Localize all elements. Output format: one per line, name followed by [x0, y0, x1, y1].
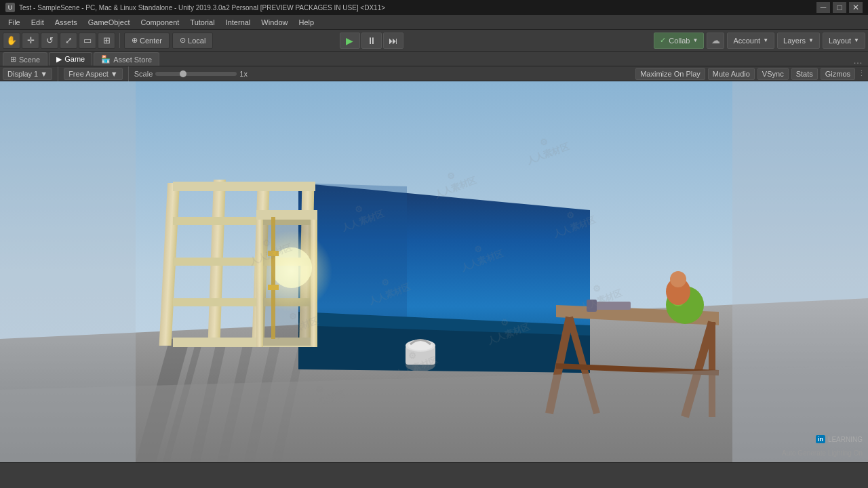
svg-rect-43	[587, 300, 597, 312]
layout-button[interactable]: Layout ▼	[823, 33, 865, 49]
svg-rect-48	[732, 81, 868, 462]
menu-file[interactable]: File	[3, 17, 26, 28]
gizmos-button[interactable]: Gizmos	[821, 68, 855, 80]
separator-2	[58, 66, 58, 81]
right-options: Maximize On Play Mute Audio VSync Stats …	[635, 68, 865, 80]
menu-bar: File Edit Assets GameObject Component Tu…	[0, 15, 868, 30]
mute-audio-button[interactable]: Mute Audio	[708, 68, 755, 80]
linkedin-label: LEARNING	[828, 436, 863, 443]
vsync-button[interactable]: VSync	[757, 68, 789, 80]
display-dropdown-icon: ▼	[40, 70, 47, 78]
hand-tool-button[interactable]: ✋	[3, 33, 20, 49]
svg-point-45	[670, 271, 686, 287]
stats-button[interactable]: Stats	[791, 68, 818, 80]
game-tab-icon: ▶	[56, 55, 62, 64]
title-bar: U Test - SampleScene - PC, Mac & Linux S…	[0, 0, 868, 15]
menu-assets[interactable]: Assets	[50, 17, 83, 28]
pause-button[interactable]: ⏸	[361, 33, 382, 49]
svg-rect-27	[271, 217, 275, 339]
linkedin-badge: in LEARNING	[816, 435, 863, 443]
linkedin-logo: in	[816, 435, 825, 443]
right-toolbar: ✓ Collab ▼ ☁ Account ▼ Layers ▼ Layout ▼	[654, 33, 865, 49]
display-dropdown-button[interactable]: Display 1 ▼	[3, 68, 52, 80]
close-button[interactable]: ✕	[849, 2, 863, 13]
local-icon: ⊙	[180, 36, 186, 45]
separator-1	[119, 33, 120, 48]
svg-rect-28	[268, 251, 279, 256]
play-button[interactable]: ▶	[340, 33, 360, 49]
menu-edit[interactable]: Edit	[26, 17, 50, 28]
layers-label: Layers	[783, 37, 806, 45]
scale-slider[interactable]	[155, 72, 237, 76]
move-tool-button[interactable]: ✛	[22, 33, 39, 49]
cloud-button[interactable]: ☁	[707, 33, 724, 49]
scene-tab-icon: ⊞	[10, 55, 16, 64]
collab-button[interactable]: ✓ Collab ▼	[654, 33, 704, 49]
scale-label: Scale	[134, 70, 153, 78]
tabs-row: ⊞ Scene ▶ Game 🏪 Asset Store …	[0, 52, 868, 66]
scale-value: 1x	[239, 70, 248, 78]
display-label: Display 1	[7, 70, 38, 78]
tabs-overflow-icon[interactable]: …	[850, 55, 865, 66]
step-button[interactable]: ⏭	[383, 33, 403, 49]
transform-tools: ✋ ✛ ↺ ⤢ ▭ ⊞	[3, 33, 115, 49]
scene-tab-label: Scene	[19, 56, 40, 64]
layout-label: Layout	[829, 37, 851, 45]
transform-tool-button[interactable]: ⊞	[98, 33, 115, 49]
menu-help[interactable]: Help	[293, 17, 319, 28]
aspect-dropdown-button[interactable]: Free Aspect ▼	[64, 68, 123, 80]
svg-rect-16	[173, 182, 315, 191]
viewport: ⚙人人素材区 ⚙人人素材区 ⚙人人素材区 ⚙人人素材区 ⚙人人素材区 ⚙人人素材…	[0, 81, 868, 462]
collab-checkmark-icon: ✓	[660, 36, 666, 45]
center-label: Center	[140, 37, 162, 45]
account-label: Account	[733, 37, 760, 45]
cloud-icon: ☁	[711, 35, 720, 45]
maximize-button[interactable]: □	[833, 2, 846, 13]
svg-rect-47	[0, 81, 136, 462]
asset-store-tab-label: Asset Store	[113, 56, 152, 64]
game-tab-label: Game	[64, 55, 85, 63]
separator-3	[128, 66, 129, 81]
minimize-button[interactable]: ─	[816, 2, 830, 13]
app-icon: U	[5, 3, 15, 12]
menu-tutorial[interactable]: Tutorial	[184, 17, 220, 28]
svg-rect-29	[268, 285, 279, 290]
local-label: Local	[188, 37, 205, 45]
rect-tool-button[interactable]: ▭	[79, 33, 96, 49]
menu-gameobject[interactable]: GameObject	[83, 17, 136, 28]
display-toolbar: Display 1 ▼ Free Aspect ▼ Scale 1x Maxim…	[0, 66, 868, 81]
aspect-label: Free Aspect	[68, 70, 108, 78]
toolbar: ✋ ✛ ↺ ⤢ ▭ ⊞ ⊕ Center ⊙ Local ▶ ⏸ ⏭ ✓ Col…	[0, 30, 868, 52]
maximize-on-play-button[interactable]: Maximize On Play	[635, 68, 705, 80]
play-controls: ▶ ⏸ ⏭	[340, 33, 403, 49]
asset-store-tab-icon: 🏪	[101, 55, 111, 64]
layout-dropdown-icon: ▼	[854, 37, 859, 43]
center-toggle-button[interactable]: ⊕ Center	[124, 33, 170, 49]
auto-generate-lighting-text: Auto Generate Lighting On	[782, 449, 863, 457]
title-text: Test - SampleScene - PC, Mac & Linux Sta…	[19, 4, 816, 12]
scene-svg	[0, 81, 868, 462]
rotate-tool-button[interactable]: ↺	[41, 33, 58, 49]
menu-window[interactable]: Window	[256, 17, 293, 28]
title-controls: ─ □ ✕	[816, 2, 863, 13]
tab-scene[interactable]: ⊞ Scene	[3, 52, 47, 66]
layers-dropdown-icon: ▼	[808, 37, 814, 43]
aspect-dropdown-icon: ▼	[111, 70, 118, 78]
svg-rect-24	[256, 210, 317, 220]
options-icon: ⋮	[858, 69, 865, 78]
collab-label: Collab	[669, 37, 690, 45]
layers-button[interactable]: Layers ▼	[777, 33, 820, 49]
scale-bar: Scale 1x	[134, 70, 248, 78]
account-button[interactable]: Account ▼	[727, 33, 774, 49]
local-toggle-button[interactable]: ⊙ Local	[172, 33, 213, 49]
bottom-bar	[0, 462, 868, 474]
menu-internal[interactable]: Internal	[220, 17, 256, 28]
tab-asset-store[interactable]: 🏪 Asset Store	[94, 52, 159, 66]
account-dropdown-icon: ▼	[763, 37, 768, 43]
collab-dropdown-icon: ▼	[692, 37, 698, 43]
scale-tool-button[interactable]: ⤢	[60, 33, 77, 49]
scale-slider-handle[interactable]	[180, 70, 186, 77]
tab-game[interactable]: ▶ Game	[49, 52, 92, 66]
center-icon: ⊕	[132, 36, 138, 45]
menu-component[interactable]: Component	[135, 17, 184, 28]
